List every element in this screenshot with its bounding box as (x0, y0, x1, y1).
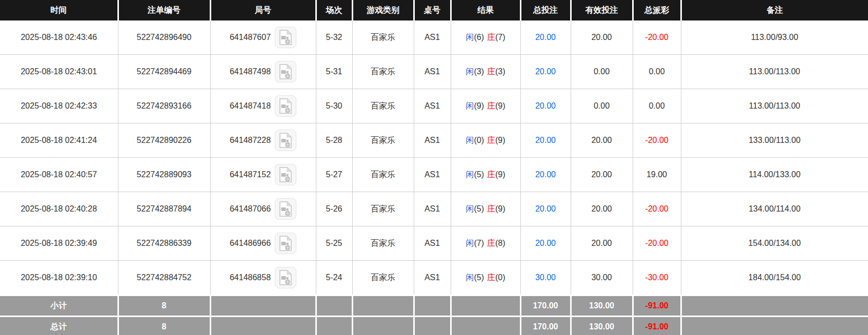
table-row: 2025-08-18 02:42:33 522742893166 6414874… (0, 89, 868, 123)
video-replay-button[interactable] (275, 95, 296, 117)
cell-table-no: AS1 (414, 226, 451, 261)
player-score: (5) (474, 204, 484, 213)
cell-total-bet: 20.00 (520, 55, 571, 89)
video-replay-button[interactable] (275, 61, 296, 82)
player-label: 闲 (466, 239, 474, 247)
column-header-session: 场次 (316, 0, 352, 20)
grand-total-valid-bet: 130.00 (571, 317, 633, 335)
cell-result: 闲(7)庄(8) (451, 226, 520, 261)
banker-label: 庄 (487, 67, 495, 76)
banker-score: (9) (495, 204, 506, 213)
player-score: (6) (474, 33, 484, 41)
cell-bet-id: 522742886339 (118, 226, 210, 261)
player-score: (0) (474, 136, 484, 144)
header-row: 时间 注单编号 局号 场次 游戏类别 桌号 结果 总投注 有效投注 总派彩 备注 (0, 0, 868, 20)
cell-bet-id: 522742896490 (118, 20, 210, 55)
cell-table-no: AS1 (414, 20, 451, 55)
video-replay-button[interactable] (275, 198, 296, 220)
cell-round-id: 641487607 (210, 20, 316, 55)
player-score: (5) (474, 170, 484, 179)
cell-game-type: 百家乐 (352, 89, 414, 123)
empty-cell (451, 317, 520, 335)
subtotal-valid-bet: 130.00 (571, 296, 633, 317)
column-header-bet-id: 注单编号 (118, 0, 210, 20)
empty-cell (316, 296, 352, 317)
cell-table-no: AS1 (414, 261, 451, 296)
column-header-remark: 备注 (681, 0, 868, 20)
cell-bet-id: 522742893166 (118, 89, 210, 123)
cell-game-type: 百家乐 (352, 158, 414, 192)
video-replay-button[interactable] (275, 130, 296, 151)
subtotal-total-payout: -91.00 (633, 296, 681, 317)
cell-remark: 184.00/154.00 (681, 261, 868, 296)
banker-label: 庄 (487, 101, 495, 110)
table-row: 2025-08-18 02:43:46 522742896490 6414876… (0, 20, 868, 55)
cell-game-type: 百家乐 (352, 123, 414, 158)
cell-total-bet: 20.00 (520, 20, 571, 55)
cell-total-bet: 20.00 (520, 89, 571, 123)
column-header-time: 时间 (0, 0, 118, 20)
cell-result: 闲(0)庄(9) (451, 123, 520, 158)
empty-cell (681, 296, 868, 317)
cell-bet-id: 522742887894 (118, 192, 210, 226)
cell-total-bet: 20.00 (520, 123, 571, 158)
cell-valid-bet: 20.00 (571, 158, 633, 192)
cell-total-payout: 0.00 (633, 89, 681, 123)
video-replay-button[interactable] (275, 267, 296, 288)
video-replay-button[interactable] (275, 233, 296, 254)
cell-valid-bet: 20.00 (571, 123, 633, 158)
subtotal-label: 小计 (0, 296, 118, 317)
grand-total-row: 总计 8 170.00 130.00 -91.00 (0, 317, 868, 335)
subtotal-count: 8 (118, 296, 210, 317)
banker-label: 庄 (487, 204, 495, 213)
banker-score: (8) (495, 239, 506, 247)
cell-result: 闲(6)庄(7) (451, 20, 520, 55)
empty-cell (451, 296, 520, 317)
cell-valid-bet: 20.00 (571, 192, 633, 226)
video-file-icon (279, 30, 292, 45)
cell-remark: 113.00/113.00 (681, 89, 868, 123)
player-score: (5) (474, 273, 484, 282)
video-file-icon (279, 167, 292, 182)
cell-game-type: 百家乐 (352, 20, 414, 55)
cell-round-id: 641487228 (210, 123, 316, 158)
cell-session: 5-31 (316, 55, 352, 89)
column-header-total-payout: 总派彩 (633, 0, 681, 20)
table-row: 2025-08-18 02:39:49 522742886339 6414869… (0, 226, 868, 261)
cell-remark: 113.00/113.00 (681, 55, 868, 89)
subtotal-row: 小计 8 170.00 130.00 -91.00 (0, 296, 868, 317)
banker-label: 庄 (487, 136, 495, 144)
cell-valid-bet: 20.00 (571, 226, 633, 261)
cell-time: 2025-08-18 02:39:10 (0, 261, 118, 296)
cell-total-payout: -30.00 (633, 261, 681, 296)
cell-time: 2025-08-18 02:42:33 (0, 89, 118, 123)
cell-total-payout: -20.00 (633, 226, 681, 261)
cell-session: 5-25 (316, 226, 352, 261)
round-id-text: 641487607 (230, 33, 271, 42)
cell-total-payout: 0.00 (633, 55, 681, 89)
cell-session: 5-24 (316, 261, 352, 296)
cell-time: 2025-08-18 02:40:57 (0, 158, 118, 192)
cell-time: 2025-08-18 02:41:24 (0, 123, 118, 158)
banker-score: (0) (495, 273, 506, 282)
cell-table-no: AS1 (414, 158, 451, 192)
empty-cell (414, 317, 451, 335)
cell-game-type: 百家乐 (352, 226, 414, 261)
cell-total-bet: 20.00 (520, 226, 571, 261)
cell-valid-bet: 30.00 (571, 261, 633, 296)
video-file-icon (279, 64, 292, 79)
table-row: 2025-08-18 02:41:24 522742890226 6414872… (0, 123, 868, 158)
video-replay-button[interactable] (275, 27, 296, 48)
player-label: 闲 (466, 136, 474, 144)
round-id-text: 641486966 (230, 239, 271, 248)
banker-label: 庄 (487, 239, 495, 247)
player-label: 闲 (466, 170, 474, 179)
banker-label: 庄 (487, 33, 495, 41)
cell-session: 5-28 (316, 123, 352, 158)
cell-round-id: 641486966 (210, 226, 316, 261)
cell-time: 2025-08-18 02:43:46 (0, 20, 118, 55)
cell-total-bet: 20.00 (520, 158, 571, 192)
cell-table-no: AS1 (414, 55, 451, 89)
video-replay-button[interactable] (275, 164, 296, 185)
banker-score: (7) (495, 33, 506, 41)
